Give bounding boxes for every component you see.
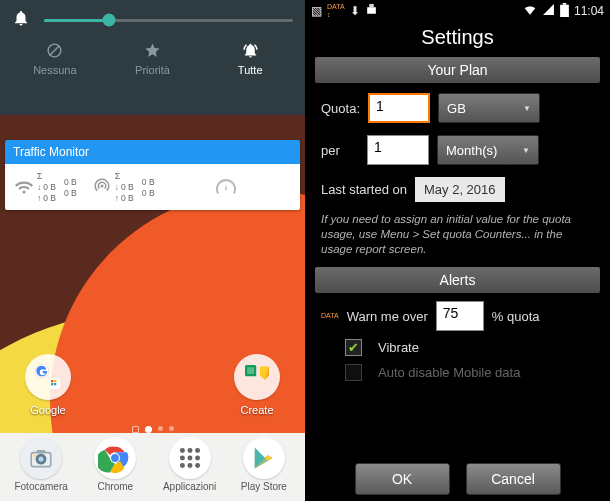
dock-apps[interactable]: Applicazioni <box>158 437 222 492</box>
auto-disable-label: Auto disable Mobile data <box>378 365 520 380</box>
shade-volume-row <box>0 0 305 40</box>
svg-rect-6 <box>51 383 53 385</box>
section-your-plan: Your Plan <box>315 57 600 83</box>
quota-unit-spinner[interactable]: GB <box>438 93 540 123</box>
dock-play-store[interactable]: Play Store <box>232 437 296 492</box>
last-started-row: Last started on May 2, 2016 <box>305 171 610 208</box>
notification-modes: Nessuna Priorità Tutte <box>0 40 305 76</box>
dock-chrome-label: Chrome <box>98 481 134 492</box>
page-dot[interactable] <box>158 426 163 431</box>
mode-priority-label: Priorità <box>135 64 170 76</box>
warn-label: Warn me over <box>347 309 428 324</box>
dialog-buttons: OK Cancel <box>305 463 610 495</box>
mode-none[interactable]: Nessuna <box>6 42 104 76</box>
per-row: per 1 Month(s) <box>305 129 610 171</box>
quick-settings-shade: Nessuna Priorità Tutte <box>0 0 305 115</box>
svg-rect-28 <box>563 3 567 5</box>
page-dot-current[interactable] <box>145 426 152 433</box>
bell-icon <box>12 9 30 32</box>
last-started-date[interactable]: May 2, 2016 <box>415 177 505 202</box>
bell-ring-icon <box>201 42 299 60</box>
auto-disable-checkbox[interactable] <box>345 364 362 381</box>
vibrate-checkbox[interactable]: ✔ <box>345 339 362 356</box>
warn-row: DATA Warn me over 75 % quota <box>305 297 610 335</box>
home-folders-row: Google Create <box>0 354 305 416</box>
svg-point-11 <box>39 456 44 461</box>
volume-slider[interactable] <box>44 19 293 22</box>
auto-disable-row[interactable]: Auto disable Mobile data <box>305 360 610 385</box>
left-phone-screen: Nessuna Priorità Tutte Traffic Monitor <box>0 0 305 501</box>
mode-none-label: Nessuna <box>33 64 76 76</box>
dock-camera[interactable]: Fotocamera <box>9 437 73 492</box>
traffic-monitor-widget[interactable]: Traffic Monitor Σ ↓ 0 B ↑ 0 B 0 B0 B <box>5 140 300 210</box>
per-unit-spinner[interactable]: Month(s) <box>437 135 539 165</box>
data-badge-icon: DATA <box>321 312 339 320</box>
folder-create[interactable]: Create <box>227 354 287 416</box>
volume-slider-thumb[interactable] <box>102 14 115 27</box>
svg-point-24 <box>180 463 185 468</box>
vibrate-row[interactable]: ✔ Vibrate <box>305 335 610 360</box>
data-icon: DATA↕ <box>327 3 345 19</box>
screenshot-icon: ▧ <box>311 4 322 18</box>
star-icon <box>104 42 202 60</box>
signal-icon <box>542 3 555 19</box>
svg-point-21 <box>180 456 185 461</box>
svg-point-25 <box>187 463 192 468</box>
svg-point-18 <box>180 448 185 453</box>
home-page-indicator[interactable] <box>132 426 139 433</box>
folder-google[interactable]: Google <box>18 354 78 416</box>
dock: Fotocamera Chrome Applicazioni Play Stor… <box>0 433 305 501</box>
folder-create-label: Create <box>240 404 273 416</box>
svg-rect-7 <box>54 383 56 385</box>
wifi-icon <box>15 177 33 197</box>
vibrate-label: Vibrate <box>378 340 419 355</box>
svg-point-17 <box>111 454 119 462</box>
svg-rect-4 <box>51 380 53 382</box>
svg-point-19 <box>187 448 192 453</box>
settings-title: Settings <box>305 26 610 49</box>
svg-point-26 <box>195 463 200 468</box>
quota-input[interactable]: 1 <box>368 93 430 123</box>
svg-point-20 <box>195 448 200 453</box>
ok-button[interactable]: OK <box>355 463 450 495</box>
battery-icon <box>560 3 569 20</box>
traffic-monitor-title: Traffic Monitor <box>5 140 300 164</box>
last-started-label: Last started on <box>321 182 407 197</box>
cell-tower-icon <box>93 177 111 197</box>
traffic-monitor-body: Σ ↓ 0 B ↑ 0 B 0 B0 B Σ ↓ 0 B ↑ 0 B <box>5 164 300 210</box>
quota-label: Quota: <box>321 101 360 116</box>
svg-point-14 <box>34 455 36 457</box>
section-alerts: Alerts <box>315 267 600 293</box>
download-icon: ⬇ <box>350 4 360 18</box>
svg-line-1 <box>50 46 60 56</box>
warn-input[interactable]: 75 <box>436 301 484 331</box>
dock-apps-label: Applicazioni <box>163 481 216 492</box>
dock-play-store-label: Play Store <box>241 481 287 492</box>
wifi-status-icon <box>523 3 537 20</box>
per-label: per <box>321 143 359 158</box>
cancel-button[interactable]: Cancel <box>466 463 561 495</box>
page-dot[interactable] <box>169 426 174 431</box>
clock-text: 11:04 <box>574 4 604 18</box>
folder-google-label: Google <box>30 404 65 416</box>
briefcase-icon <box>365 3 378 19</box>
mode-all-label: Tutte <box>238 64 263 76</box>
svg-point-22 <box>187 456 192 461</box>
svg-rect-5 <box>54 380 56 382</box>
dock-camera-label: Fotocamera <box>14 481 67 492</box>
per-input[interactable]: 1 <box>367 135 429 165</box>
mode-priority[interactable]: Priorità <box>104 42 202 76</box>
none-icon <box>6 42 104 60</box>
helper-text: If you need to assign an initial value f… <box>305 208 610 263</box>
warn-suffix: % quota <box>492 309 540 324</box>
status-bar: ▧ DATA↕ ⬇ 11:04 <box>305 0 610 22</box>
svg-point-23 <box>195 456 200 461</box>
svg-rect-9 <box>247 367 254 374</box>
mode-all[interactable]: Tutte <box>201 42 299 76</box>
page-indicator <box>0 426 305 433</box>
dock-chrome[interactable]: Chrome <box>83 437 147 492</box>
svg-rect-29 <box>560 4 569 16</box>
right-phone-screen: ▧ DATA↕ ⬇ 11:04 Settings Your Plan Quota… <box>305 0 610 501</box>
quota-row: Quota: 1 GB <box>305 87 610 129</box>
svg-rect-13 <box>37 450 46 453</box>
